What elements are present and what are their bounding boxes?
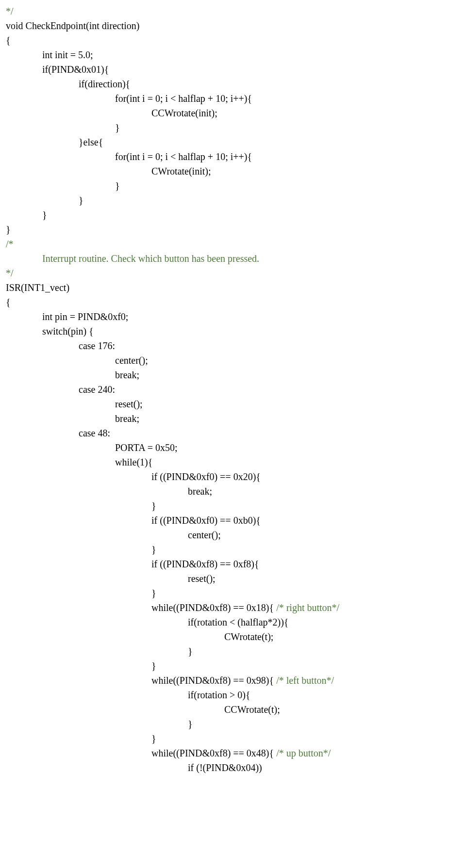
code-line: */ xyxy=(6,4,460,18)
code-text: CWrotate(t); xyxy=(224,631,273,642)
code-text: if ((PIND&0xf0) == 0x20){ xyxy=(151,471,261,482)
comment-text: /* xyxy=(6,239,14,249)
code-text: break; xyxy=(188,486,212,497)
code-line: /* xyxy=(6,237,460,251)
code-line: CWrotate(t); xyxy=(6,629,460,644)
code-line: while((PIND&0xf8) == 0x48){ /* up button… xyxy=(6,746,460,760)
code-line: ISR(INT1_vect) xyxy=(6,280,460,295)
code-document: */void CheckEndpoint(int direction){int … xyxy=(6,4,460,775)
code-line: if ((PIND&0xf0) == 0xb0){ xyxy=(6,513,460,528)
code-text: CWrotate(init); xyxy=(151,166,211,177)
code-line: } xyxy=(6,208,460,222)
code-text: int pin = PIND&0xf0; xyxy=(42,311,128,322)
code-line: for(int i = 0; i < halflap + 10; i++){ xyxy=(6,149,460,164)
code-line: }else{ xyxy=(6,135,460,149)
code-line: CWrotate(init); xyxy=(6,164,460,178)
code-text: int init = 5.0; xyxy=(42,49,93,60)
code-line: switch(pin) { xyxy=(6,324,460,338)
code-line: } xyxy=(6,120,460,135)
code-line: CCWrotate(init); xyxy=(6,106,460,120)
code-text: center(); xyxy=(188,530,221,540)
code-text: if(direction){ xyxy=(79,79,130,89)
code-line: while((PIND&0xf8) == 0x18){ /* right but… xyxy=(6,600,460,615)
code-text: if ((PIND&0xf0) == 0xb0){ xyxy=(151,515,261,526)
code-text: } xyxy=(6,224,11,235)
code-text: } xyxy=(188,646,193,657)
code-line: case 48: xyxy=(6,426,460,440)
code-text: if ((PIND&0xf8) == 0xf8){ xyxy=(151,559,259,569)
code-line: case 176: xyxy=(6,338,460,353)
code-text: } xyxy=(151,733,156,744)
code-line: } xyxy=(6,586,460,600)
code-text: CCWrotate(t); xyxy=(224,704,280,715)
code-text: break; xyxy=(115,370,139,380)
code-line: Interrupt routine. Check which button ha… xyxy=(6,251,460,266)
code-line: break; xyxy=(6,368,460,382)
code-text: ISR(INT1_vect) xyxy=(6,282,69,293)
code-line: center(); xyxy=(6,528,460,542)
comment-text: */ xyxy=(6,6,14,16)
code-line: break; xyxy=(6,411,460,426)
code-line: if ((PIND&0xf8) == 0xf8){ xyxy=(6,557,460,571)
code-text: reset(); xyxy=(115,399,143,409)
code-line: if(rotation > 0){ xyxy=(6,688,460,702)
code-line: void CheckEndpoint(int direction) xyxy=(6,18,460,33)
code-line: reset(); xyxy=(6,571,460,586)
code-text: } xyxy=(42,209,47,220)
code-line: } xyxy=(6,717,460,731)
code-line: if(rotation < (halflap*2)){ xyxy=(6,615,460,629)
code-text: break; xyxy=(115,413,139,424)
code-line: center(); xyxy=(6,353,460,368)
code-text: while(1){ xyxy=(115,457,152,467)
code-line: } xyxy=(6,731,460,746)
inline-comment: /* right button*/ xyxy=(276,602,339,613)
code-text: { xyxy=(6,297,11,307)
code-text: switch(pin) { xyxy=(42,326,94,337)
code-text: }else{ xyxy=(79,137,103,147)
code-text: } xyxy=(151,588,156,598)
code-line: } xyxy=(6,644,460,659)
code-text: case 176: xyxy=(79,340,115,351)
code-line: int init = 5.0; xyxy=(6,48,460,62)
code-text: for(int i = 0; i < halflap + 10; i++){ xyxy=(115,93,252,104)
code-text: reset(); xyxy=(188,573,216,584)
code-text: while((PIND&0xf8) == 0x18){ xyxy=(151,602,276,613)
code-line: for(int i = 0; i < halflap + 10; i++){ xyxy=(6,91,460,106)
code-line: } xyxy=(6,659,460,673)
code-text: for(int i = 0; i < halflap + 10; i++){ xyxy=(115,151,252,162)
code-line: if (!(PIND&0x04)) xyxy=(6,760,460,775)
code-line: } xyxy=(6,498,460,513)
code-text: if(rotation < (halflap*2)){ xyxy=(188,617,288,627)
code-line: case 240: xyxy=(6,382,460,397)
code-line: while(1){ xyxy=(6,455,460,469)
code-line: } xyxy=(6,178,460,193)
comment-text: Interrupt routine. Check which button ha… xyxy=(42,253,259,264)
code-text: case 240: xyxy=(79,384,115,395)
code-text: } xyxy=(115,122,120,133)
code-text: } xyxy=(151,660,156,671)
code-text: } xyxy=(115,180,120,191)
code-text: while((PIND&0xf8) == 0x48){ xyxy=(151,748,276,758)
code-text: } xyxy=(151,544,156,555)
code-line: { xyxy=(6,295,460,309)
inline-comment: /* left button*/ xyxy=(276,675,334,686)
code-line: if(PIND&0x01){ xyxy=(6,62,460,77)
code-text: } xyxy=(188,719,193,729)
code-text: PORTA = 0x50; xyxy=(115,442,178,453)
code-line: } xyxy=(6,193,460,208)
code-text: if(rotation > 0){ xyxy=(188,690,250,700)
code-line: if ((PIND&0xf0) == 0x20){ xyxy=(6,469,460,484)
code-text: CCWrotate(init); xyxy=(151,108,217,118)
inline-comment: /* up button*/ xyxy=(276,748,331,758)
code-line: CCWrotate(t); xyxy=(6,702,460,717)
code-text: } xyxy=(79,195,83,206)
code-line: reset(); xyxy=(6,397,460,411)
code-line: if(direction){ xyxy=(6,77,460,91)
comment-text: */ xyxy=(6,268,14,278)
code-text: { xyxy=(6,35,11,46)
code-text: case 48: xyxy=(79,428,110,438)
code-line: int pin = PIND&0xf0; xyxy=(6,309,460,324)
code-line: while((PIND&0xf8) == 0x98){ /* left butt… xyxy=(6,673,460,688)
code-text: if(PIND&0x01){ xyxy=(42,64,109,75)
code-line: */ xyxy=(6,266,460,280)
